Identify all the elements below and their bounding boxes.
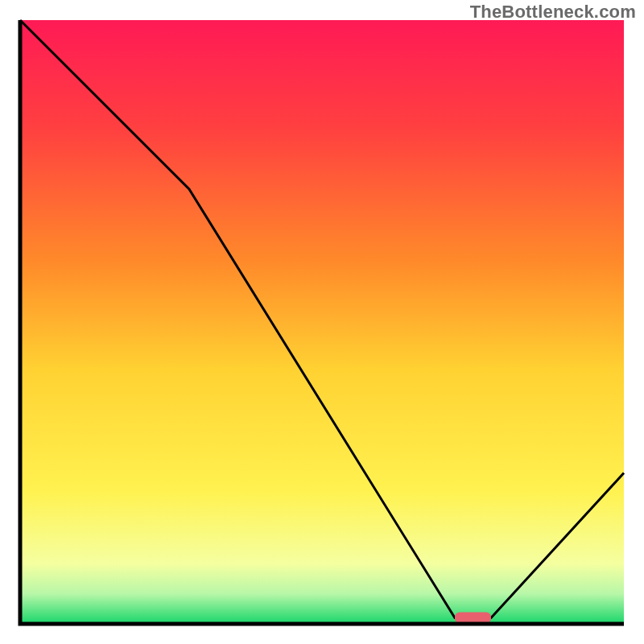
optimal-marker	[455, 613, 491, 624]
bottleneck-chart	[0, 0, 644, 644]
chart-container: TheBottleneck.com	[0, 0, 644, 644]
watermark-text: TheBottleneck.com	[470, 2, 636, 23]
